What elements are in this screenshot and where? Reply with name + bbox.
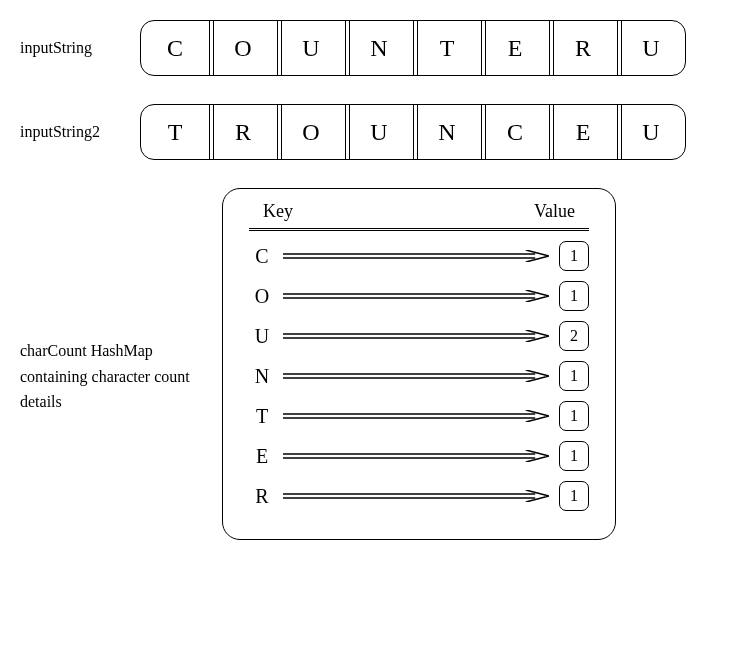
input-string-label: inputString (20, 39, 140, 57)
entry-key: T (249, 405, 275, 428)
arrow-icon (283, 330, 549, 342)
input-string2-label: inputString2 (20, 123, 140, 141)
entry-value: 1 (559, 401, 589, 431)
entry-value: 1 (559, 481, 589, 511)
array-cell: U (617, 105, 685, 159)
hashmap-entry: C 1 (249, 241, 589, 271)
array-cell: U (617, 21, 685, 75)
header-underline (249, 228, 589, 229)
hashmap-section: charCount HashMap containing character c… (20, 188, 720, 540)
array-cell: T (141, 105, 209, 159)
hashmap-box: Key Value C 1 O 1 U 2 N (222, 188, 616, 540)
array-cell: N (413, 105, 481, 159)
array-cell: C (481, 105, 549, 159)
entry-key: N (249, 365, 275, 388)
hashmap-entry: E 1 (249, 441, 589, 471)
input-string2-row: inputString2 T R O U N C E U (20, 104, 720, 160)
arrow-icon (283, 250, 549, 262)
hashmap-entry: N 1 (249, 361, 589, 391)
entry-value: 1 (559, 241, 589, 271)
value-header: Value (534, 201, 575, 222)
entry-value: 1 (559, 361, 589, 391)
key-header: Key (263, 201, 293, 222)
input-string-row: inputString C O U N T E R U (20, 20, 720, 76)
arrow-icon (283, 410, 549, 422)
array-cell: C (141, 21, 209, 75)
input-string2-array: T R O U N C E U (140, 104, 686, 160)
hashmap-entry: R 1 (249, 481, 589, 511)
hashmap-caption: charCount HashMap containing character c… (20, 188, 222, 415)
array-cell: O (277, 105, 345, 159)
array-cell: E (549, 105, 617, 159)
hashmap-header: Key Value (249, 201, 589, 228)
entry-value: 1 (559, 441, 589, 471)
array-cell: U (277, 21, 345, 75)
entry-key: R (249, 485, 275, 508)
arrow-icon (283, 290, 549, 302)
entry-key: O (249, 285, 275, 308)
array-cell: N (345, 21, 413, 75)
hashmap-entry: U 2 (249, 321, 589, 351)
entry-key: E (249, 445, 275, 468)
entry-key: U (249, 325, 275, 348)
input-string-array: C O U N T E R U (140, 20, 686, 76)
array-cell: O (209, 21, 277, 75)
arrow-icon (283, 490, 549, 502)
hashmap-entry: T 1 (249, 401, 589, 431)
entry-value: 1 (559, 281, 589, 311)
arrow-icon (283, 450, 549, 462)
array-cell: R (209, 105, 277, 159)
hashmap-entry: O 1 (249, 281, 589, 311)
array-cell: U (345, 105, 413, 159)
arrow-icon (283, 370, 549, 382)
entry-key: C (249, 245, 275, 268)
array-cell: R (549, 21, 617, 75)
entry-value: 2 (559, 321, 589, 351)
array-cell: T (413, 21, 481, 75)
array-cell: E (481, 21, 549, 75)
